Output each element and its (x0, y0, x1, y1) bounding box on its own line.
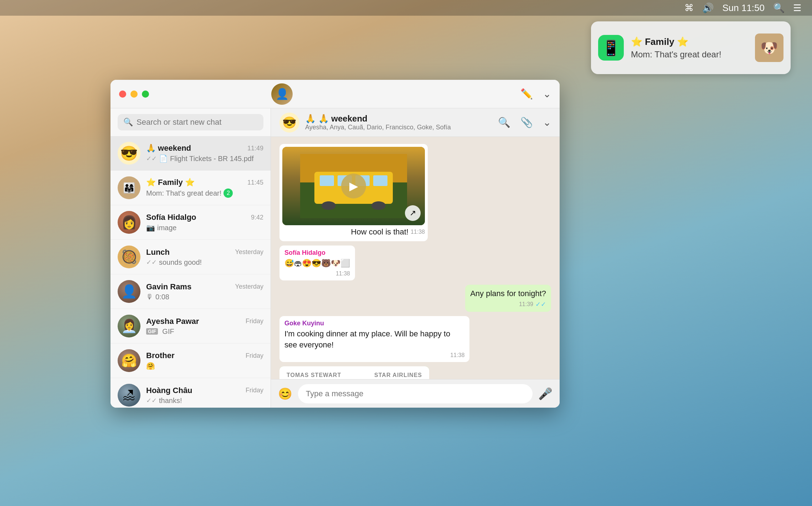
check-icon: ✓✓ (146, 155, 157, 162)
chat-item-weekend[interactable]: 😎 🙏 weekend 11:49 ✓✓ 📄 Flight Tickets - … (111, 136, 271, 171)
chat-name-ayesha: Ayesha Pawar (146, 317, 199, 326)
search-input[interactable] (137, 118, 258, 127)
dropdown-icon[interactable]: ⌄ (543, 88, 551, 100)
video-time: 11:38 (411, 229, 425, 235)
attach-icon[interactable]: 📎 (520, 117, 533, 128)
video-thumbnail[interactable]: ▶ ↗ (282, 147, 425, 225)
maximize-button[interactable] (142, 91, 149, 98)
chat-item-sofia[interactable]: 👩 Sofía Hidalgo 9:42 📷 image (111, 205, 271, 240)
bubble-sofia: Sofía Hidalgo 😅🏟😍😎🐻🐶⬜ 11:38 (279, 246, 355, 280)
chat-preview-ayesha: GIF GIF (146, 327, 263, 336)
chat-item-gavin[interactable]: 👤 Gavin Rams Yesterday 🎙 0:08 (111, 274, 271, 309)
avatar-family: 👨‍👩‍👧 (118, 176, 140, 199)
message-ticket: TOMAS STEWART STAR AIRLINES LHR → SFO (279, 366, 551, 379)
search-wrap: 🔍 (118, 114, 263, 130)
chat-preview-weekend: ✓✓ 📄 Flight Tickets - BR 145.pdf (146, 154, 263, 163)
play-button[interactable]: ▶ (341, 174, 366, 198)
emoji-button[interactable]: 😊 (278, 387, 292, 401)
svg-point-8 (371, 201, 386, 210)
doc-icon: 📄 (159, 154, 168, 163)
traffic-lights (119, 91, 149, 98)
bubble-plans: Any plans for tonight? 11:39 ✓✓ (465, 285, 551, 312)
ticket-airline-row: TOMAS STEWART STAR AIRLINES (287, 372, 422, 378)
video-meta: How cool is that! 11:38 (282, 227, 425, 238)
chat-preview-lunch: ✓✓ sounds good! (146, 258, 263, 267)
chat-name-brother: Brother (146, 351, 174, 360)
chat-item-lunch[interactable]: 🥘 Lunch Yesterday ✓✓ sounds good! (111, 240, 271, 274)
forward-button[interactable]: ↗ (405, 205, 421, 221)
menu-icon[interactable]: ☰ (793, 2, 801, 14)
preview-text-gavin: 0:08 (155, 293, 169, 301)
titlebar: 👤 ✏️ ⌄ (111, 80, 560, 108)
preview-text-weekend: Flight Tickets - BR 145.pdf (170, 155, 254, 163)
avatar-ayesha: 👩‍💼 (118, 315, 140, 337)
sidebar: 🔍 😎 🙏 weekend 11:49 ✓✓ (111, 108, 271, 408)
preview-text-brother: 🤗 (146, 362, 155, 370)
message-input[interactable] (298, 384, 533, 403)
chat-name-text: 🙏 weekend (318, 114, 368, 123)
chat-info-lunch: Lunch Yesterday ✓✓ sounds good! (146, 248, 263, 267)
chat-item-ayesha[interactable]: 👩‍💼 Ayesha Pawar Friday GIF GIF (111, 309, 271, 344)
compose-icon[interactable]: ✏️ (520, 88, 533, 100)
menubar-time: Sun 11:50 (722, 2, 765, 14)
goke-meta: 11:38 (284, 352, 464, 358)
svg-point-7 (322, 201, 336, 210)
search-menubar-icon[interactable]: 🔍 (773, 2, 785, 14)
chat-info-family: ⭐ Family ⭐ 11:45 Mom: That's great dear!… (146, 178, 263, 198)
chat-header-sofia: Sofía Hidalgo 9:42 (146, 213, 263, 222)
ticket-card: TOMAS STEWART STAR AIRLINES LHR → SFO (279, 366, 429, 379)
avatar-weekend: 😎 (118, 142, 140, 165)
chat-item-brother[interactable]: 🤗 Brother Friday 🤗 (111, 344, 271, 378)
search-icon: 🔍 (123, 118, 133, 127)
chat-name-gavin: Gavin Rams (146, 282, 191, 291)
message-sofia: Sofía Hidalgo 😅🏟😍😎🐻🐶⬜ 11:38 (279, 246, 551, 280)
unread-badge-family: 2 (223, 189, 233, 198)
chat-header-actions: 🔍 📎 ⌄ (498, 117, 551, 128)
notification-body: Mom: That's great dear! (631, 50, 748, 60)
notification-banner[interactable]: 📱 ⭐ Family ⭐ Mom: That's great dear! 🐶 (591, 21, 791, 74)
chat-info-sofia: Sofía Hidalgo 9:42 📷 image (146, 213, 263, 232)
minimize-button[interactable] (130, 91, 138, 98)
mic-button[interactable]: 🎤 (538, 387, 553, 401)
chat-header-lunch: Lunch Yesterday (146, 248, 263, 257)
chat-header-weekend: 🙏 weekend 11:49 (146, 144, 263, 153)
chat-name-weekend: 🙏 weekend (146, 144, 191, 153)
chat-info-gavin: Gavin Rams Yesterday 🎙 0:08 (146, 282, 263, 301)
chat-name-family: ⭐ Family ⭐ (146, 178, 195, 187)
chat-time-family: 11:45 (247, 179, 263, 186)
notification-title: ⭐ Family ⭐ (631, 36, 748, 47)
wifi-icon: ⌘ (684, 2, 694, 14)
user-avatar: 👤 (271, 83, 293, 105)
chat-preview-family: Mom: That's great dear! 2 (146, 189, 263, 198)
bubble-ticket: TOMAS STEWART STAR AIRLINES LHR → SFO (279, 366, 429, 379)
message-outgoing-plans: Any plans for tonight? 11:39 ✓✓ (279, 285, 551, 312)
chat-info-brother: Brother Friday 🤗 (146, 351, 263, 370)
chat-header-gavin: Gavin Rams Yesterday (146, 282, 263, 291)
ticket-passenger: TOMAS STEWART (287, 372, 341, 378)
chat-name-lunch: Lunch (146, 248, 170, 257)
chat-header-name: 🙏 🙏 weekend (305, 114, 492, 124)
search-bar: 🔍 (111, 108, 271, 136)
sofia-time: 11:38 (336, 270, 350, 277)
ticket-top: TOMAS STEWART STAR AIRLINES LHR → SFO (279, 366, 429, 379)
ticket-airline: STAR AIRLINES (374, 372, 422, 378)
chat-header-family: ⭐ Family ⭐ 11:45 (146, 178, 263, 187)
message-text-sofia: 😅🏟😍😎🐻🐶⬜ (284, 258, 350, 269)
chat-item-family[interactable]: 👨‍👩‍👧 ⭐ Family ⭐ 11:45 Mom: That's great… (111, 171, 271, 205)
chat-item-hoang[interactable]: 🏖 Hoàng Châu Friday ✓✓ thanks! (111, 378, 271, 408)
bubble-video: ▶ ↗ How cool is that! 11:38 (279, 144, 428, 241)
volume-icon: 🔊 (702, 2, 714, 14)
chat-info-hoang: Hoàng Châu Friday ✓✓ thanks! (146, 386, 263, 405)
message-video: ▶ ↗ How cool is that! 11:38 (279, 144, 551, 241)
chat-time-lunch: Yesterday (235, 248, 263, 256)
notification-app-icon: 📱 (598, 35, 624, 61)
avatar-hoang: 🏖 (118, 384, 140, 407)
close-button[interactable] (119, 91, 126, 98)
chat-time-ayesha: Friday (246, 317, 263, 325)
bubble-goke: Goke Kuyinu I'm cooking dinner at my pla… (279, 316, 469, 362)
sofia-meta: 11:38 (284, 270, 350, 277)
chat-header-ayesha: Ayesha Pawar Friday (146, 317, 263, 326)
search-chat-icon[interactable]: 🔍 (498, 117, 510, 128)
more-icon[interactable]: ⌄ (543, 117, 551, 128)
preview-text-ayesha: GIF (162, 327, 174, 336)
